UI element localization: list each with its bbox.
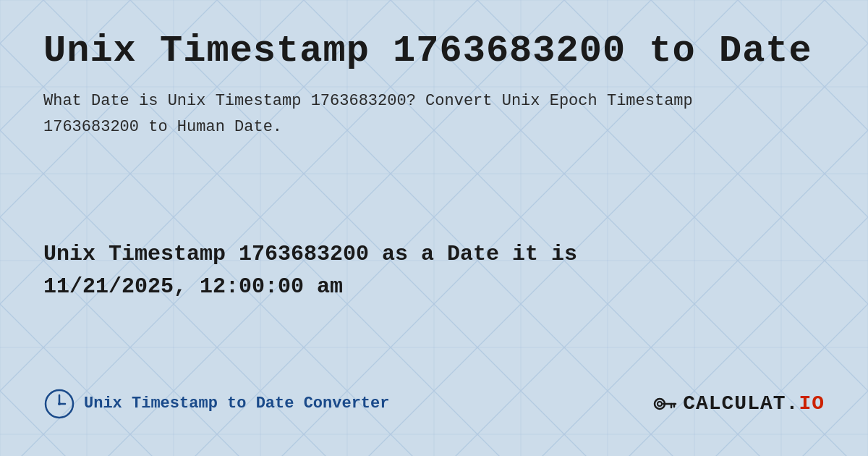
page-title: Unix Timestamp 1763683200 to Date — [43, 29, 825, 74]
svg-point-10 — [58, 402, 61, 405]
logo-area: CALCULAT.IO — [651, 391, 825, 417]
footer-label: Unix Timestamp to Date Converter — [84, 394, 389, 413]
result-line2: 11/21/2025, 12:00:00 am — [43, 271, 825, 303]
logo-icon — [651, 391, 677, 417]
logo-text: CALCULAT.IO — [683, 392, 825, 415]
svg-point-12 — [658, 402, 662, 406]
clock-icon — [43, 388, 75, 420]
result-line1: Unix Timestamp 1763683200 as a Date it i… — [43, 238, 825, 271]
page-description: What Date is Unix Timestamp 1763683200? … — [43, 88, 694, 139]
